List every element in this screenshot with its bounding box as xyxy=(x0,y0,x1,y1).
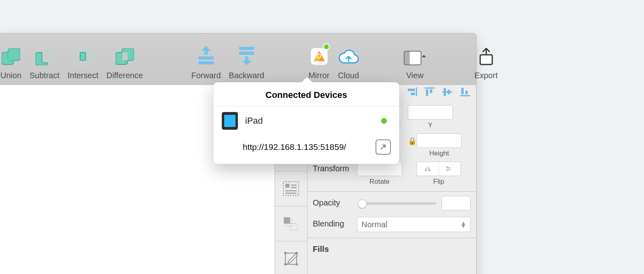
cloud-button[interactable]: Cloud xyxy=(334,29,363,85)
mirror-icon xyxy=(310,45,328,65)
lock-icon[interactable]: 🔒 xyxy=(408,133,417,145)
view-icon xyxy=(404,45,426,65)
svg-rect-27 xyxy=(408,89,415,91)
svg-rect-11 xyxy=(198,61,214,64)
y-sublabel: Y xyxy=(428,121,432,129)
svg-rect-26 xyxy=(416,87,417,96)
backward-label: Backward xyxy=(229,71,264,80)
mirror-label: Mirror xyxy=(308,71,329,80)
view-label: View xyxy=(406,71,423,80)
inspector-tab-resize[interactable] xyxy=(275,206,307,241)
union-label: Union xyxy=(0,71,21,80)
svg-point-51 xyxy=(284,252,287,254)
svg-rect-45 xyxy=(285,190,297,191)
svg-rect-30 xyxy=(426,89,428,96)
intersect-label: Intersect xyxy=(68,71,99,80)
mirror-popover: Connected Devices iPad http://192.168.1.… xyxy=(213,82,399,164)
inspector-tab-layout[interactable] xyxy=(275,171,307,206)
align-top-icon[interactable] xyxy=(425,87,435,96)
svg-rect-13 xyxy=(239,52,254,55)
forward-button[interactable]: Forward xyxy=(187,29,225,85)
device-row[interactable]: iPad xyxy=(214,106,399,135)
svg-rect-9 xyxy=(122,52,128,60)
view-button[interactable]: View xyxy=(400,29,430,85)
svg-rect-36 xyxy=(461,88,464,94)
union-button[interactable]: Union xyxy=(0,29,25,85)
opacity-label: Opacity xyxy=(313,196,357,208)
subtract-button[interactable]: Subtract xyxy=(25,29,63,85)
cloud-icon xyxy=(338,45,359,65)
mirror-button[interactable]: Mirror xyxy=(304,29,333,85)
svg-point-53 xyxy=(284,263,287,266)
align-bottom-icon[interactable] xyxy=(460,87,471,96)
svg-rect-47 xyxy=(284,217,290,224)
status-dot-icon xyxy=(381,118,387,124)
flip-vertical-button[interactable] xyxy=(439,162,461,176)
toolbar: Union Subtract Intersect Difference F xyxy=(0,33,476,85)
svg-rect-33 xyxy=(444,88,446,96)
union-icon xyxy=(2,45,20,65)
blending-select[interactable]: Normal ▲▼ xyxy=(357,217,471,232)
svg-rect-46 xyxy=(285,193,297,194)
svg-rect-35 xyxy=(460,95,470,96)
blending-label: Blending xyxy=(313,217,357,228)
svg-point-54 xyxy=(295,263,298,266)
popover-title: Connected Devices xyxy=(214,83,399,106)
intersect-icon xyxy=(74,45,92,65)
svg-rect-10 xyxy=(198,56,214,60)
svg-rect-42 xyxy=(285,184,289,188)
difference-icon xyxy=(116,45,134,65)
svg-rect-28 xyxy=(411,93,415,95)
height-sublabel: Height xyxy=(429,149,449,158)
y-input[interactable] xyxy=(408,105,453,120)
subtract-icon xyxy=(35,45,54,65)
svg-rect-2 xyxy=(8,52,14,60)
flip-controls xyxy=(417,162,461,176)
intersect-button[interactable]: Intersect xyxy=(64,29,103,85)
height-input[interactable] xyxy=(417,133,462,148)
forward-label: Forward xyxy=(191,71,221,80)
export-label: Export xyxy=(475,71,498,80)
svg-rect-31 xyxy=(430,89,432,93)
stepper-icon: ▲▼ xyxy=(460,221,466,228)
difference-label: Difference xyxy=(106,71,143,80)
svg-rect-29 xyxy=(425,87,435,89)
ipad-icon xyxy=(222,112,238,130)
inspector-tab-edit[interactable] xyxy=(275,241,307,274)
fills-header: Fills xyxy=(307,238,476,257)
opacity-slider[interactable] xyxy=(359,202,436,205)
subtract-label: Subtract xyxy=(29,71,59,80)
backward-icon xyxy=(237,45,256,65)
mirror-url-row: http://192.168.1.135:51859/ xyxy=(214,135,399,164)
flip-horizontal-button[interactable] xyxy=(417,162,439,176)
opacity-input[interactable] xyxy=(442,196,471,210)
svg-rect-18 xyxy=(404,51,410,65)
export-icon xyxy=(479,45,493,65)
cloud-label: Cloud xyxy=(338,71,359,80)
flip-sublabel: Flip xyxy=(433,178,444,186)
svg-rect-12 xyxy=(239,47,254,50)
difference-button[interactable]: Difference xyxy=(102,29,147,85)
blending-row: Blending Normal ▲▼ xyxy=(307,210,476,232)
rotate-sublabel: Rotate xyxy=(369,178,390,186)
forward-icon xyxy=(197,45,215,65)
svg-rect-49 xyxy=(290,224,297,230)
opacity-row: Opacity xyxy=(307,192,476,210)
open-external-icon[interactable] xyxy=(376,139,391,155)
svg-rect-19 xyxy=(480,55,492,64)
align-right-icon[interactable] xyxy=(407,87,417,96)
align-vcenter-icon[interactable] xyxy=(442,87,453,96)
mirror-url-link[interactable]: http://192.168.1.135:51859/ xyxy=(243,142,346,152)
svg-point-16 xyxy=(318,55,320,57)
svg-rect-43 xyxy=(291,185,297,186)
svg-rect-3 xyxy=(42,48,54,60)
backward-button[interactable]: Backward xyxy=(225,29,268,85)
svg-rect-44 xyxy=(291,187,297,188)
blending-value: Normal xyxy=(361,220,387,229)
export-button[interactable]: Export xyxy=(471,29,502,85)
svg-rect-6 xyxy=(80,52,86,60)
svg-rect-34 xyxy=(448,90,450,94)
svg-rect-37 xyxy=(465,91,468,94)
device-name: iPad xyxy=(245,116,381,126)
